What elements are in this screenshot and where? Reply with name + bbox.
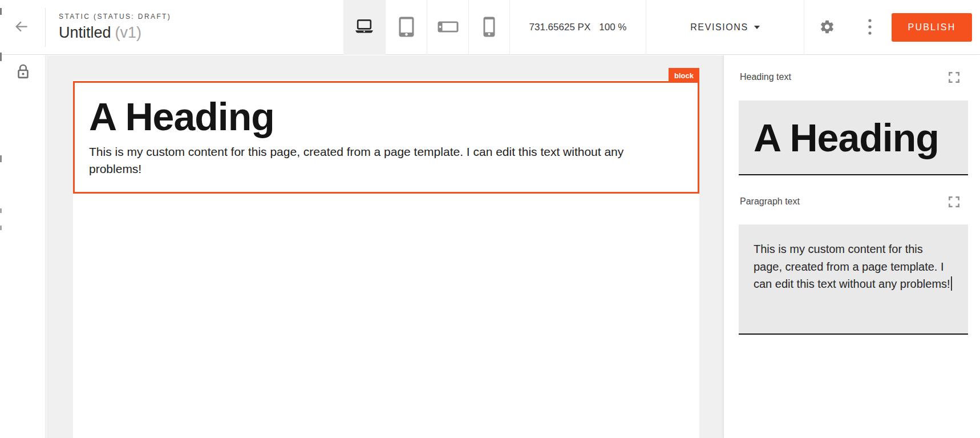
device-preview-switcher: [343, 0, 510, 55]
lock-button[interactable]: [14, 63, 31, 82]
paragraph-field-value: This is my custom content for this page,…: [754, 243, 950, 290]
document-status: STATIC (STATUS: DRAFT): [59, 13, 171, 21]
chevron-down-icon: [754, 26, 760, 29]
topbar-divider: [45, 8, 46, 47]
publish-button[interactable]: PUBLISH: [892, 13, 972, 42]
document-title-text: Untitled: [59, 24, 111, 41]
page-heading[interactable]: A Heading: [89, 95, 698, 138]
left-rail: [0, 55, 46, 438]
laptop-icon: [354, 19, 375, 36]
field-label-paragraph-text: Paragraph text: [740, 196, 800, 207]
fullscreen-icon: [947, 195, 961, 210]
phone-landscape-icon: [438, 21, 459, 34]
visual-editor: STATIC (STATUS: DRAFT) Untitled(v1): [0, 0, 980, 438]
device-tablet-button[interactable]: [385, 0, 427, 55]
document-info: STATIC (STATUS: DRAFT) Untitled(v1): [59, 13, 171, 42]
zoom-level-value: 100 %: [599, 22, 626, 33]
kebab-menu-icon: [868, 18, 872, 37]
text-cursor: [951, 276, 952, 291]
heading-text-field[interactable]: A Heading: [739, 101, 968, 175]
expand-field-button[interactable]: [946, 71, 961, 86]
fullscreen-icon: [947, 71, 961, 86]
preview-canvas: block A Heading This is my custom conten…: [46, 55, 723, 438]
device-mobile-landscape-button[interactable]: [427, 0, 468, 55]
phone-portrait-icon: [483, 17, 495, 39]
arrow-left-icon: [14, 19, 29, 36]
screen-edge-artifact: [0, 208, 2, 213]
page-paragraph[interactable]: This is my custom content for this page,…: [89, 143, 651, 178]
lock-icon: [15, 63, 31, 83]
revisions-dropdown[interactable]: REVISIONS: [646, 0, 804, 55]
screen-edge-artifact: [0, 53, 2, 61]
heading-field-value: A Heading: [739, 115, 939, 160]
paragraph-text-field[interactable]: This is my custom content for this page,…: [739, 224, 968, 335]
topbar: STATIC (STATUS: DRAFT) Untitled(v1): [0, 0, 980, 55]
device-mobile-portrait-button[interactable]: [468, 0, 510, 55]
expand-field-button[interactable]: [946, 195, 961, 210]
back-button[interactable]: [7, 14, 35, 41]
settings-button[interactable]: [815, 15, 840, 40]
preview-page[interactable]: block A Heading This is my custom conten…: [73, 80, 699, 438]
screen-edge-artifact: [0, 8, 2, 15]
device-desktop-button[interactable]: [343, 0, 385, 55]
gear-icon: [819, 19, 835, 37]
block-tag[interactable]: block: [669, 68, 699, 83]
document-version: (v1): [115, 24, 142, 41]
block-edit-sidebar: Heading text A Heading Paragraph text Th…: [723, 55, 980, 438]
screen-edge-artifact: [0, 155, 2, 162]
selected-block-outline[interactable]: block A Heading This is my custom conten…: [73, 81, 699, 194]
field-label-heading-text: Heading text: [740, 72, 791, 82]
more-options-button[interactable]: [857, 15, 882, 40]
viewport-info: 731.65625 PX 100 %: [510, 0, 646, 55]
tablet-icon: [399, 17, 414, 39]
document-title: Untitled(v1): [59, 24, 171, 42]
revisions-label: REVISIONS: [690, 22, 748, 33]
viewport-width-value: 731.65625 PX: [529, 22, 591, 33]
screen-edge-artifact: [0, 226, 2, 230]
